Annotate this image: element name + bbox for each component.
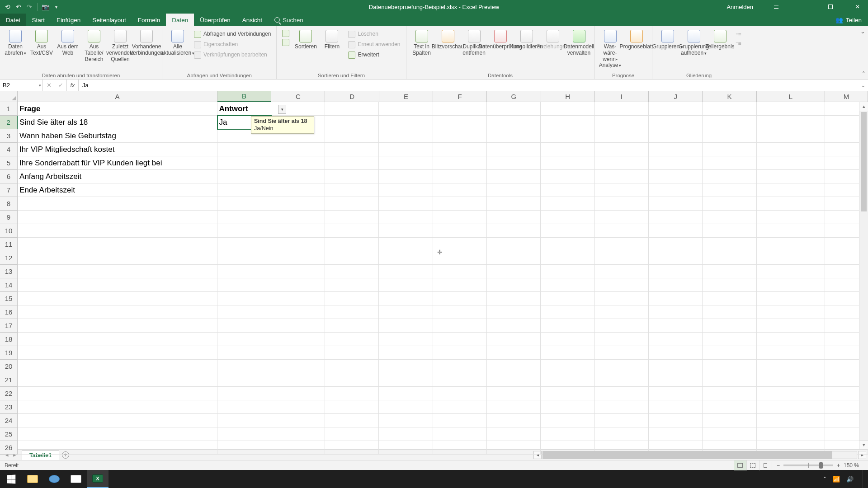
cell-H3[interactable] <box>541 129 594 143</box>
cell-H1[interactable] <box>541 102 594 116</box>
cell-G8[interactable] <box>487 197 541 211</box>
col-header-C[interactable]: C <box>271 91 325 102</box>
cell-G24[interactable] <box>487 414 541 427</box>
row-header-19[interactable]: 19 <box>0 346 18 360</box>
cell-K4[interactable] <box>703 143 756 156</box>
cell-E15[interactable] <box>379 292 433 305</box>
cell-B11[interactable] <box>217 238 271 251</box>
row-header-4[interactable]: 4 <box>0 143 18 156</box>
cell-G10[interactable] <box>487 224 541 238</box>
cell-J7[interactable] <box>649 183 703 197</box>
ribbon-collapse-icon[interactable]: ˄ <box>862 70 865 77</box>
cell-G3[interactable] <box>487 129 541 143</box>
col-header-E[interactable]: E <box>379 91 433 102</box>
cell-A18[interactable] <box>18 333 217 346</box>
cell-H20[interactable] <box>541 360 594 373</box>
cell-D15[interactable] <box>325 292 379 305</box>
cell-D4[interactable] <box>325 143 379 156</box>
cell-K14[interactable] <box>703 278 756 292</box>
cell-D20[interactable] <box>325 360 379 373</box>
show-desktop-button[interactable] <box>863 470 865 488</box>
cell-K20[interactable] <box>703 360 756 373</box>
cell-F1[interactable] <box>433 102 487 116</box>
cell-A9[interactable] <box>18 211 217 224</box>
cell-K2[interactable] <box>703 116 756 129</box>
select-all-button[interactable] <box>0 91 18 102</box>
cell-E3[interactable] <box>379 129 433 143</box>
cell-F21[interactable] <box>433 373 487 387</box>
row-header-26[interactable]: 26 <box>0 441 18 455</box>
cell-B4[interactable] <box>217 143 271 156</box>
hscroll-thumb[interactable] <box>543 451 832 459</box>
cell-C5[interactable] <box>271 156 325 170</box>
cell-D7[interactable] <box>325 183 379 197</box>
sort-za-button[interactable] <box>279 38 292 47</box>
from-web-button[interactable]: Aus dem Web <box>55 28 80 58</box>
signin-button[interactable]: Anmelden <box>720 4 760 10</box>
cell-G18[interactable] <box>487 333 541 346</box>
cell-C14[interactable] <box>271 278 325 292</box>
cell-F26[interactable] <box>433 441 487 455</box>
cell-I5[interactable] <box>595 156 649 170</box>
cell-B10[interactable] <box>217 224 271 238</box>
taskbar-file-explorer[interactable] <box>22 470 43 488</box>
cell-D21[interactable] <box>325 373 379 387</box>
cell-B22[interactable] <box>217 387 271 400</box>
view-pagebreak-button[interactable] <box>759 460 772 470</box>
cell-L25[interactable] <box>757 427 826 441</box>
cell-L22[interactable] <box>757 387 826 400</box>
cell-F16[interactable] <box>433 305 487 319</box>
cell-I20[interactable] <box>595 360 649 373</box>
autosave-icon[interactable]: ⟲ <box>5 4 11 10</box>
cell-H12[interactable] <box>541 251 594 265</box>
cell-C4[interactable] <box>271 143 325 156</box>
cell-D12[interactable] <box>325 251 379 265</box>
recent-sources-button[interactable]: Zuletzt verwendete Quellen <box>108 28 133 64</box>
cell-K17[interactable] <box>703 319 756 333</box>
col-header-I[interactable]: I <box>595 91 649 102</box>
cell-G7[interactable] <box>487 183 541 197</box>
cell-L11[interactable] <box>757 238 826 251</box>
cell-L21[interactable] <box>757 373 826 387</box>
cell-L2[interactable] <box>757 116 826 129</box>
cell-L15[interactable] <box>757 292 826 305</box>
scroll-thumb[interactable] <box>861 112 867 211</box>
cell-J22[interactable] <box>649 387 703 400</box>
cell-B5[interactable] <box>217 156 271 170</box>
row-header-3[interactable]: 3 <box>0 129 18 143</box>
cell-I4[interactable] <box>595 143 649 156</box>
cell-J16[interactable] <box>649 305 703 319</box>
cell-E4[interactable] <box>379 143 433 156</box>
col-header-G[interactable]: G <box>487 91 541 102</box>
view-pagelayout-button[interactable] <box>746 460 759 470</box>
cell-G1[interactable] <box>487 102 541 116</box>
cell-A26[interactable] <box>18 441 217 455</box>
share-button[interactable]: 👥 Teilen <box>829 14 868 26</box>
cell-E18[interactable] <box>379 333 433 346</box>
cell-L10[interactable] <box>757 224 826 238</box>
cell-H25[interactable] <box>541 427 594 441</box>
cell-G2[interactable] <box>487 116 541 129</box>
cell-J1[interactable] <box>649 102 703 116</box>
cell-D26[interactable] <box>325 441 379 455</box>
cell-H6[interactable] <box>541 170 594 183</box>
cell-E23[interactable] <box>379 400 433 414</box>
col-header-D[interactable]: D <box>325 91 379 102</box>
sort-az-button[interactable] <box>279 29 292 38</box>
cell-E19[interactable] <box>379 346 433 360</box>
cell-F3[interactable] <box>433 129 487 143</box>
col-header-B[interactable]: B <box>217 91 271 102</box>
cell-F7[interactable] <box>433 183 487 197</box>
cell-E22[interactable] <box>379 387 433 400</box>
tab-start[interactable]: Start <box>26 14 51 26</box>
cell-J9[interactable] <box>649 211 703 224</box>
cell-B26[interactable] <box>217 441 271 455</box>
cell-E11[interactable] <box>379 238 433 251</box>
row-header-9[interactable]: 9 <box>0 211 18 224</box>
cell-J3[interactable] <box>649 129 703 143</box>
cell-J2[interactable] <box>649 116 703 129</box>
cell-G6[interactable] <box>487 170 541 183</box>
cell-H23[interactable] <box>541 400 594 414</box>
row-header-14[interactable]: 14 <box>0 278 18 292</box>
cell-F4[interactable] <box>433 143 487 156</box>
